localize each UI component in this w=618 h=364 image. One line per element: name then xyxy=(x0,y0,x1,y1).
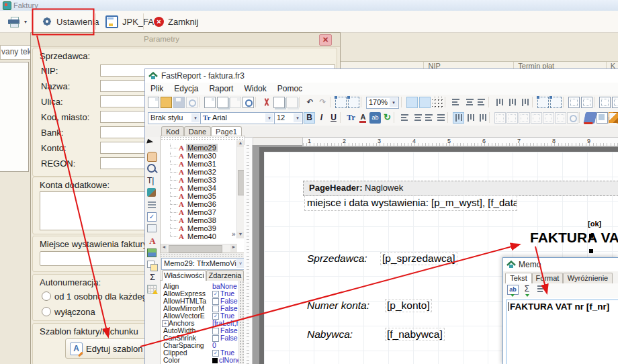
copy-icon[interactable] xyxy=(273,97,285,108)
checkbox-unchecked-icon[interactable] xyxy=(212,298,219,305)
memo-titlebar[interactable]: Memo xyxy=(503,258,618,272)
zoom-level-combo[interactable]: 170%▾ xyxy=(366,97,399,109)
page-settings-icon[interactable] xyxy=(242,97,254,108)
edit-template-button[interactable]: A Edytuj szablon xyxy=(65,338,152,359)
scroll-down-icon[interactable]: ▼ xyxy=(237,232,244,238)
invoice-list-panel[interactable] xyxy=(0,62,29,172)
valign-top-icon[interactable] xyxy=(453,112,464,124)
redo-icon[interactable]: ↷ xyxy=(317,97,328,108)
menu-pomoc[interactable]: Pomoc xyxy=(272,83,308,95)
snap-to-grid-icon[interactable] xyxy=(432,97,443,108)
tree-item-memo36[interactable]: AMemo36 xyxy=(161,200,234,208)
property-row-canshrink[interactable]: CanShrinkFalse xyxy=(161,334,238,342)
band-icon[interactable] xyxy=(147,200,158,211)
property-row-color[interactable]: ColorclNone xyxy=(161,357,238,364)
checkbox-checked-icon[interactable]: ✓ xyxy=(212,313,219,320)
menu-plik[interactable]: Plik xyxy=(145,83,169,95)
design-field-memo[interactable]: [p_konto] xyxy=(385,299,432,312)
text-cursor-icon[interactable]: T| xyxy=(147,176,158,187)
chevron-down-icon[interactable]: ▾ xyxy=(294,113,302,122)
tree-item-memo32[interactable]: AMemo32 xyxy=(161,168,234,176)
save-report-icon[interactable] xyxy=(173,97,185,108)
align-tops-icon[interactable] xyxy=(494,97,505,108)
print-button[interactable]: ▾ xyxy=(3,13,32,30)
checkbox-checked-icon[interactable]: ✓ xyxy=(212,291,219,298)
parametry-titlebar[interactable]: Parametry ✕ xyxy=(31,33,340,47)
ole-object-icon[interactable] xyxy=(147,285,158,295)
invoice-title-memo[interactable]: FAKTURA VAT nr [f_nr] xyxy=(530,230,618,246)
ok-tag-object[interactable]: [ok] xyxy=(588,220,601,228)
underline-icon[interactable]: U xyxy=(328,112,339,124)
line-style-icon[interactable] xyxy=(609,112,618,124)
print-dropdown-caret[interactable]: ▾ xyxy=(24,19,27,25)
format-painter-icon[interactable] xyxy=(147,188,158,199)
memo-tab-format[interactable]: Format xyxy=(532,273,563,283)
memo-text-input[interactable]: FAKTURA VAT nr [f_nr] xyxy=(506,300,618,364)
center-vertically-icon[interactable] xyxy=(581,97,592,108)
tree-item-memo37[interactable]: AMemo37 xyxy=(161,208,234,216)
inspector-tab-wlasciwosci[interactable]: Właściwości xyxy=(162,270,206,281)
property-inspector[interactable]: AlignbaNoneAllowExpress✓TrueAllowHTMLTaF… xyxy=(160,280,245,364)
frame-outline-icon[interactable] xyxy=(543,112,554,124)
tree-item-memo39[interactable]: AMemo39 xyxy=(161,224,234,232)
text-align-center-icon[interactable] xyxy=(411,112,423,124)
same-height-icon[interactable] xyxy=(612,97,618,108)
refresh-icon[interactable]: ↻ xyxy=(382,112,393,124)
memo-tab-tekst[interactable]: Tekst xyxy=(505,273,532,284)
text-justify-icon[interactable] xyxy=(435,112,447,124)
text-object-icon[interactable]: A xyxy=(147,236,158,247)
align-lefts-icon[interactable] xyxy=(450,97,461,108)
undo-icon[interactable]: ↶ xyxy=(304,97,316,108)
aggregate-sigma-icon[interactable]: Σ xyxy=(147,273,158,283)
align-middles-icon[interactable] xyxy=(506,97,518,108)
parametry-close-button[interactable]: ✕ xyxy=(319,34,332,46)
picture-object-icon[interactable] xyxy=(147,248,158,259)
expression-dropdown-arrow-icon[interactable] xyxy=(511,294,515,297)
design-field-memo[interactable]: [p_sprzedawca] xyxy=(380,252,457,265)
frame-right-icon[interactable] xyxy=(531,112,542,124)
aggregate-icon[interactable]: Σ xyxy=(522,285,532,293)
frame-all-icon[interactable] xyxy=(506,112,518,124)
frame-top-icon[interactable] xyxy=(494,112,506,124)
radio-button-1[interactable] xyxy=(42,307,51,316)
chevron-down-icon[interactable]: ▾ xyxy=(390,98,398,107)
aggregate-dropdown-arrow-icon[interactable] xyxy=(525,294,529,297)
tree-item-memo38[interactable]: AMemo38 xyxy=(161,216,234,224)
italic-icon[interactable]: I xyxy=(316,112,327,124)
select-tool-icon[interactable] xyxy=(147,140,158,150)
chevron-down-icon[interactable]: ▾ xyxy=(265,113,273,122)
space-horizontally-icon[interactable] xyxy=(537,97,549,108)
scroll-right-icon[interactable]: ► xyxy=(230,244,237,252)
close-button[interactable]: × Zamknij xyxy=(148,13,204,30)
font-name-combo[interactable]: Tr Arial▾ xyxy=(200,112,275,124)
design-label-memo[interactable]: Numer konta: xyxy=(307,300,369,312)
memo-tab-wyroznienie[interactable]: Wyróżnienie xyxy=(563,273,613,283)
font-size-combo[interactable]: 12▾ xyxy=(274,112,303,124)
property-value-cell[interactable]: 0 xyxy=(212,342,216,349)
search-input[interactable]: vany tekst ... xyxy=(0,45,33,60)
font-style-icon[interactable]: Tr xyxy=(345,112,357,124)
select-objects-icon[interactable] xyxy=(335,97,347,108)
tree-horizontal-scrollbar[interactable]: ◄ ► xyxy=(161,244,237,253)
menu-edycja[interactable]: Edycja xyxy=(169,83,204,95)
expand-icon[interactable]: + xyxy=(162,320,169,327)
wordwrap-icon[interactable] xyxy=(537,285,547,293)
report-object-tree[interactable]: AMemo29AMemo30AMemo31AMemo32AMemo33AMemo… xyxy=(160,136,245,253)
align-rights-icon[interactable] xyxy=(476,97,487,108)
checkbox-object-icon[interactable]: ✓ xyxy=(147,212,158,223)
fill-color-icon[interactable] xyxy=(583,112,597,124)
tree-item-memo33[interactable]: AMemo33 xyxy=(161,176,234,184)
open-report-icon[interactable] xyxy=(161,97,172,108)
scroll-left-icon[interactable]: ◄ xyxy=(161,244,167,252)
checkbox-unchecked-icon[interactable] xyxy=(212,306,219,312)
shapes-object-icon[interactable] xyxy=(147,261,158,271)
scroll-up-icon[interactable]: ▲ xyxy=(237,140,244,147)
tree-item-memo40[interactable]: AMemo40 xyxy=(161,232,234,240)
frame-none-icon[interactable] xyxy=(555,112,566,124)
settings-button[interactable]: Ustawienia xyxy=(36,13,105,30)
preview-icon[interactable] xyxy=(186,97,197,108)
valign-bottom-icon[interactable] xyxy=(477,112,488,124)
zoom-tool-icon[interactable] xyxy=(147,164,158,175)
design-label-memo[interactable]: Nabywca: xyxy=(307,328,353,340)
menu-widok[interactable]: Widok xyxy=(238,83,271,95)
